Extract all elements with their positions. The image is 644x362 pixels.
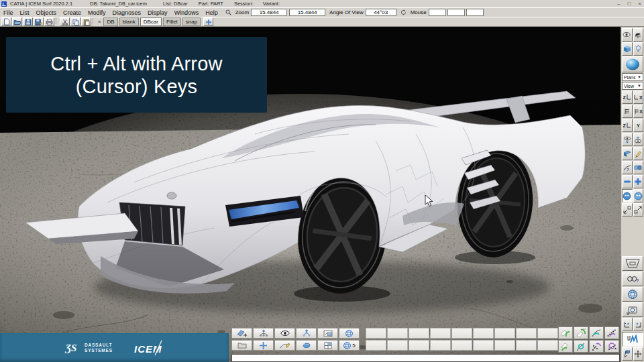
- tab-db[interactable]: DB: [103, 17, 117, 26]
- match-points-purple-3-button[interactable]: [604, 340, 619, 353]
- angle-of-view-field[interactable]: [366, 9, 396, 16]
- add-tab-button[interactable]: [203, 17, 213, 26]
- mouse-field-1[interactable]: [429, 9, 446, 16]
- cube-icon: [623, 45, 631, 53]
- menu-display[interactable]: Display: [144, 8, 171, 17]
- align-axis-a-button[interactable]: [622, 318, 633, 331]
- align-axis-b-button[interactable]: [633, 318, 644, 331]
- orbit-view-alt-button[interactable]: [633, 189, 644, 202]
- sketch-button[interactable]: [274, 340, 295, 351]
- tab-fillet[interactable]: Fillet: [163, 17, 181, 26]
- menu-list[interactable]: List: [17, 8, 33, 17]
- menu-create[interactable]: Create: [60, 8, 85, 17]
- match-surface-green-3-button[interactable]: [558, 340, 573, 353]
- collapse-tabs-button[interactable]: «: [97, 19, 102, 25]
- zoom-in-button[interactable]: [633, 175, 644, 188]
- scale-view-alt-button[interactable]: [633, 203, 644, 217]
- surface-blob-button[interactable]: [296, 340, 317, 351]
- view-zx-button[interactable]: Z: [622, 90, 633, 104]
- solid-cube-button[interactable]: [622, 42, 633, 56]
- tab-dbcar[interactable]: DBcar: [140, 17, 162, 26]
- view-y-button[interactable]: Y: [633, 119, 644, 132]
- match-curve-teal-2-button[interactable]: [574, 340, 588, 353]
- menu-modify[interactable]: Modify: [85, 8, 109, 17]
- hide-selected-button[interactable]: [622, 133, 633, 146]
- new-file-button[interactable]: [1, 17, 11, 26]
- render-globe-button[interactable]: [622, 287, 643, 302]
- match-points-purple-icon: [606, 342, 617, 351]
- position-button[interactable]: [253, 340, 274, 351]
- query-curve-button[interactable]: ?: [622, 161, 633, 174]
- clip-plane-button[interactable]: [622, 147, 633, 160]
- menu-objects[interactable]: Objects: [33, 8, 60, 17]
- close-button[interactable]: ×: [638, 1, 641, 7]
- plans-dropdown[interactable]: Plans ▼: [622, 73, 643, 81]
- app-window: CATIA | ICEM Surf 2020.2.1 DB: Takumi_DB…: [0, 0, 644, 362]
- open-db-button[interactable]: [231, 340, 252, 351]
- camera-capture-button[interactable]: [622, 302, 643, 317]
- view-x-button[interactable]: X: [633, 90, 644, 104]
- zoom-x-field[interactable]: [251, 9, 287, 16]
- mouse-field-2[interactable]: [447, 9, 465, 16]
- match-surface-green-icon: [560, 328, 571, 338]
- icem-um-button[interactable]: [622, 332, 643, 347]
- menu-diagnoses[interactable]: Diagnoses: [109, 8, 145, 17]
- tab-blank[interactable]: blank: [119, 17, 139, 26]
- show-selected-button[interactable]: [633, 133, 644, 146]
- orbit-view-button[interactable]: [622, 189, 633, 202]
- window-layout-button[interactable]: [317, 340, 338, 351]
- empty-slot: [494, 340, 515, 351]
- minimize-button[interactable]: –: [617, 1, 620, 7]
- pan-move-button[interactable]: [633, 347, 644, 361]
- menu-file[interactable]: File: [0, 8, 17, 17]
- copy-button[interactable]: [70, 17, 80, 26]
- print-button[interactable]: [44, 17, 54, 26]
- view-dropdown[interactable]: View ▼: [622, 82, 643, 90]
- empty-slot: [366, 340, 386, 351]
- maximize-button[interactable]: □: [627, 1, 631, 7]
- open-file-button[interactable]: [12, 17, 22, 26]
- light-source-button[interactable]: [633, 42, 644, 56]
- view-yx-button[interactable]: X: [633, 105, 644, 118]
- mouse-field-3[interactable]: [466, 9, 484, 16]
- folder-preview-button[interactable]: [317, 328, 338, 339]
- match-curve-teal-button[interactable]: [589, 326, 604, 339]
- hierarchy-button[interactable]: [253, 328, 274, 339]
- variant-label: Variant:: [263, 1, 280, 7]
- shading-mode-button[interactable]: [633, 28, 644, 42]
- tab-snap[interactable]: snap: [182, 17, 201, 26]
- visibility-button[interactable]: [274, 328, 295, 339]
- scale-view-button[interactable]: [622, 203, 633, 217]
- material-sphere-button[interactable]: [622, 56, 643, 72]
- zoom-y-field[interactable]: [289, 9, 325, 16]
- view-list-button[interactable]: [622, 105, 633, 118]
- viewport-3d[interactable]: Ctrl + Alt with Arrow (Cursor) Keys ƷS D…: [0, 27, 621, 362]
- wireframe-sphere-5-button[interactable]: 5: [339, 340, 360, 351]
- search-binoculars-button[interactable]: ?: [622, 272, 643, 286]
- structure-tree-button[interactable]: [296, 328, 317, 339]
- edit-pencil-button[interactable]: [633, 147, 644, 160]
- menu-windows[interactable]: Windows: [171, 8, 203, 17]
- flag-pointer-button[interactable]: [622, 347, 633, 361]
- command-input[interactable]: [231, 354, 620, 362]
- mouse-label: Mouse: [411, 9, 427, 15]
- surface-transform-button[interactable]: [231, 328, 252, 339]
- display-eye-button[interactable]: [622, 28, 633, 42]
- match-surface-green-button[interactable]: [558, 326, 573, 339]
- refresh-icon[interactable]: [400, 9, 407, 15]
- perspective-frame-button[interactable]: [622, 256, 643, 271]
- match-points-purple-2-button[interactable]: [589, 340, 604, 353]
- menu-help[interactable]: Help: [202, 8, 221, 17]
- save-button[interactable]: [23, 17, 33, 26]
- wireframe-sphere-button[interactable]: [339, 328, 360, 339]
- empty-slot: [537, 340, 558, 351]
- minus-icon: [623, 180, 631, 184]
- pair-surfaces-button[interactable]: [633, 161, 644, 174]
- match-points-purple-button[interactable]: [604, 326, 619, 339]
- view-zy-button[interactable]: Z: [622, 119, 633, 132]
- match-surface-green-2-button[interactable]: [574, 326, 588, 339]
- zoom-out-button[interactable]: [622, 175, 633, 188]
- save-as-button[interactable]: [34, 17, 44, 26]
- paste-button[interactable]: [81, 17, 91, 26]
- cut-button[interactable]: [60, 17, 70, 26]
